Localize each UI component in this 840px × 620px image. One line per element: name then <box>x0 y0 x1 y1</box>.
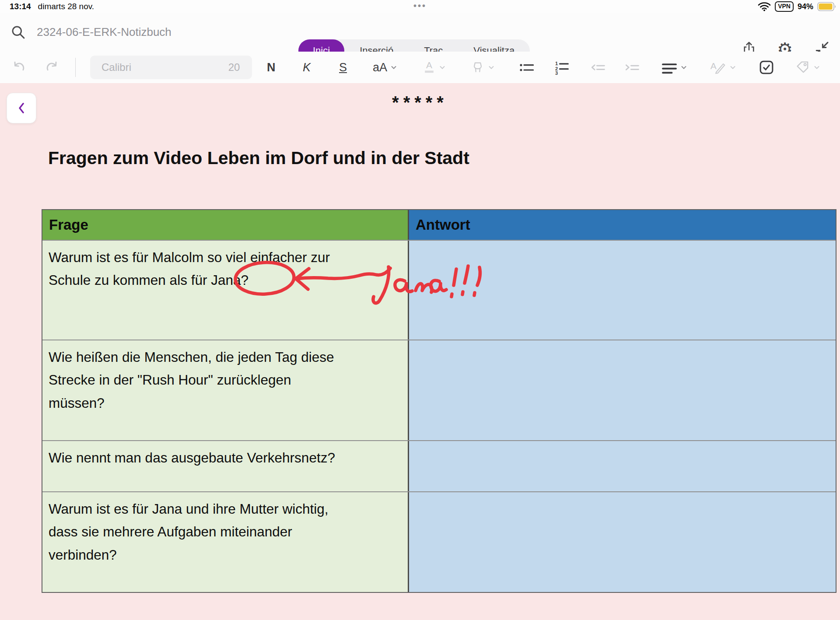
chevron-down-icon <box>729 64 736 71</box>
answer-cell[interactable] <box>409 441 836 491</box>
highlighter-icon[interactable] <box>471 52 495 83</box>
svg-text:A: A <box>426 60 432 70</box>
text-case-button[interactable]: aA <box>373 52 397 83</box>
question-cell[interactable]: Warum ist es für Malcolm so viel einfach… <box>42 241 409 340</box>
bold-button[interactable]: N <box>267 52 276 83</box>
status-bar: 13:14 dimarts 28 nov. ••• VPN 94% <box>0 0 840 13</box>
font-name-picker[interactable]: Calibri <box>90 52 223 83</box>
answer-cell[interactable] <box>409 340 836 440</box>
page-separator-stars[interactable]: ***** <box>0 93 840 112</box>
top-navbar: 2324-06-E-ERK-Notizbuch Inici Inserció T… <box>0 13 840 52</box>
battery-icon <box>817 2 836 11</box>
notebook-title[interactable]: 2324-06-E-ERK-Notizbuch <box>37 25 172 39</box>
chevron-down-icon <box>813 64 820 71</box>
tag-icon[interactable] <box>795 52 820 83</box>
underline-button[interactable]: S <box>339 52 347 83</box>
toolbar-divider <box>75 58 76 77</box>
numbered-list-icon[interactable]: 1 2 3 <box>554 52 570 83</box>
wifi-icon <box>758 2 771 11</box>
answer-cell[interactable] <box>409 241 836 340</box>
undo-icon[interactable] <box>10 52 27 83</box>
table-row: Wie heißen die Menschen, die jeden Tag d… <box>42 340 836 440</box>
table-row: Wie nennt man das ausgebaute Verkehrsnet… <box>42 440 836 491</box>
outdent-icon[interactable] <box>591 52 606 83</box>
italic-button[interactable]: K <box>303 52 311 83</box>
question-cell[interactable]: Warum ist es für Jana und ihre Mutter wi… <box>42 492 409 592</box>
indent-icon[interactable] <box>625 52 640 83</box>
svg-text:1: 1 <box>555 61 558 66</box>
multitasking-dots-icon: ••• <box>0 1 840 11</box>
chevron-down-icon <box>439 64 446 71</box>
font-size-picker[interactable]: 20 <box>216 52 252 83</box>
page-title[interactable]: Fragen zum Video Leben im Dorf und in de… <box>48 148 469 168</box>
answer-cell[interactable] <box>409 492 836 592</box>
search-icon[interactable] <box>10 25 26 40</box>
font-color-button[interactable]: A <box>423 52 446 83</box>
text-style-pen-icon[interactable]: A <box>709 52 736 83</box>
question-answer-table: Frage Antwort Warum ist es für Malcolm s… <box>42 209 836 593</box>
question-cell[interactable]: Wie nennt man das ausgebaute Verkehrsnet… <box>42 441 409 491</box>
vpn-badge: VPN <box>775 1 794 12</box>
table-row: Warum ist es für Malcolm so viel einfach… <box>42 240 836 340</box>
question-cell[interactable]: Wie heißen die Menschen, die jeden Tag d… <box>42 340 409 440</box>
chevron-down-icon <box>488 64 495 71</box>
header-frage[interactable]: Frage <box>42 210 409 240</box>
page-canvas: ***** Fragen zum Video Leben im Dorf und… <box>0 83 840 620</box>
table-header-row: Frage Antwort <box>42 210 836 240</box>
redo-icon[interactable] <box>44 52 60 83</box>
table-row: Warum ist es für Jana und ihre Mutter wi… <box>42 491 836 592</box>
svg-text:A: A <box>710 61 717 71</box>
svg-text:3: 3 <box>555 70 558 75</box>
chevron-down-icon <box>680 64 687 71</box>
formatting-toolbar: Calibri 20 N K S aA A <box>0 52 840 83</box>
todo-checkbox-icon[interactable] <box>759 52 774 83</box>
chevron-down-icon <box>390 64 397 71</box>
header-antwort[interactable]: Antwort <box>409 210 836 240</box>
alignment-icon[interactable] <box>662 52 687 83</box>
battery-percent: 94% <box>798 2 813 11</box>
bullet-list-icon[interactable] <box>519 52 535 83</box>
